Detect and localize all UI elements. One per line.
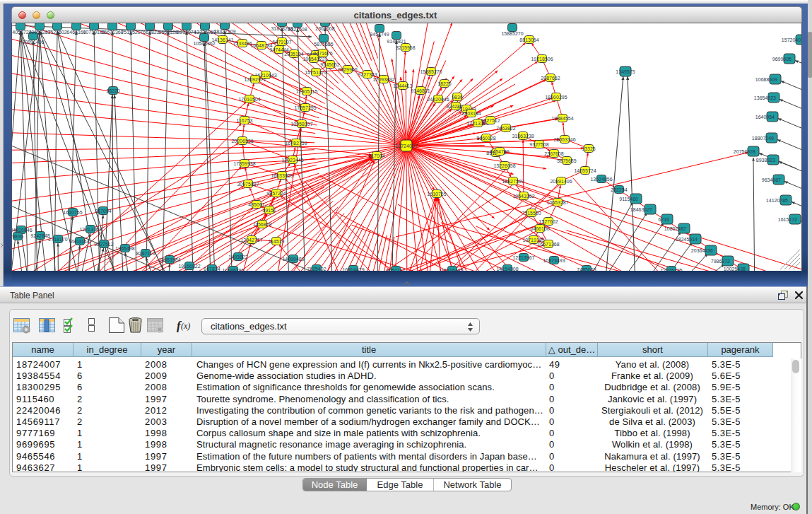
svg-text:13692971: 13692971 xyxy=(244,77,266,82)
svg-text:16033809: 16033809 xyxy=(271,173,293,178)
svg-text:1733426: 1733426 xyxy=(233,41,252,46)
svg-text:(x): (x) xyxy=(181,321,190,331)
svg-text:13654923: 13654923 xyxy=(754,95,776,100)
svg-text:10543362: 10543362 xyxy=(512,194,534,199)
svg-text:14136141: 14136141 xyxy=(211,37,233,42)
svg-text:20891406: 20891406 xyxy=(550,179,572,184)
svg-text:252254: 252254 xyxy=(611,187,627,192)
svg-text:14055724: 14055724 xyxy=(574,168,596,173)
svg-text:817004: 817004 xyxy=(368,153,384,158)
svg-text:9227343: 9227343 xyxy=(358,72,377,77)
svg-text:2367608: 2367608 xyxy=(315,26,334,31)
svg-text:8454749: 8454749 xyxy=(370,32,389,37)
svg-text:12923445: 12923445 xyxy=(281,158,303,163)
svg-text:9836: 9836 xyxy=(12,234,23,239)
svg-text:18300295: 18300295 xyxy=(545,95,567,100)
svg-text:18327509: 18327509 xyxy=(213,29,235,34)
svg-text:1610755: 1610755 xyxy=(63,210,82,215)
svg-text:114519: 114519 xyxy=(269,239,285,244)
svg-text:18220: 18220 xyxy=(106,88,120,93)
svg-text:20364436: 20364436 xyxy=(691,248,713,253)
svg-text:15751074: 15751074 xyxy=(305,70,326,75)
svg-text:116753: 116753 xyxy=(237,118,253,123)
svg-text:19384554: 19384554 xyxy=(551,116,573,121)
svg-text:17357255: 17357255 xyxy=(294,105,316,110)
svg-text:13325: 13325 xyxy=(582,146,596,151)
svg-text:1527602: 1527602 xyxy=(539,219,558,224)
svg-text:14120785: 14120785 xyxy=(766,198,788,203)
svg-text:18463627: 18463627 xyxy=(630,207,652,212)
svg-text:18807249: 18807249 xyxy=(752,136,774,141)
svg-text:12942737: 12942737 xyxy=(240,238,262,243)
svg-text:15353584: 15353584 xyxy=(158,257,180,262)
svg-text:1244413: 1244413 xyxy=(393,83,412,88)
svg-text:8813054: 8813054 xyxy=(519,37,539,42)
svg-text:1349575: 1349575 xyxy=(616,69,635,74)
svg-text:9129946: 9129946 xyxy=(338,67,357,72)
svg-text:16782759: 16782759 xyxy=(285,141,307,146)
svg-text:10973493: 10973493 xyxy=(543,258,565,263)
svg-text:7515520: 7515520 xyxy=(522,211,541,216)
svg-text:30975887: 30975887 xyxy=(237,182,259,187)
svg-text:1527602: 1527602 xyxy=(47,30,66,35)
svg-text:24420046: 24420046 xyxy=(427,97,449,102)
svg-text:2718170: 2718170 xyxy=(48,237,67,242)
svg-text:7986372: 7986372 xyxy=(711,259,730,264)
svg-text:12093832: 12093832 xyxy=(372,77,394,82)
svg-text:39151: 39151 xyxy=(262,208,276,213)
svg-text:28053346: 28053346 xyxy=(553,137,575,142)
svg-text:8215958: 8215958 xyxy=(396,45,415,50)
svg-text:9836: 9836 xyxy=(452,95,463,100)
svg-text:6216: 6216 xyxy=(658,217,669,222)
svg-text:18327509: 18327509 xyxy=(502,179,524,184)
svg-text:10958107: 10958107 xyxy=(290,122,312,127)
svg-text:9327508: 9327508 xyxy=(288,27,307,32)
svg-text:2087662: 2087662 xyxy=(541,76,560,81)
svg-text:16671368: 16671368 xyxy=(101,30,123,35)
svg-text:9699695: 9699695 xyxy=(772,57,792,62)
svg-text:9827512: 9827512 xyxy=(94,242,113,247)
svg-text:9146821: 9146821 xyxy=(411,88,430,93)
svg-text:18724007: 18724007 xyxy=(395,144,417,148)
svg-text:1640954: 1640954 xyxy=(755,115,775,119)
svg-text:8454749: 8454749 xyxy=(490,149,509,154)
svg-text:8660128: 8660128 xyxy=(158,30,177,35)
svg-text:9634067: 9634067 xyxy=(762,177,781,182)
svg-text:19166822: 19166822 xyxy=(178,264,200,269)
svg-text:20756928: 20756928 xyxy=(734,149,755,154)
svg-text:20206536: 20206536 xyxy=(231,139,253,144)
svg-text:5875685: 5875685 xyxy=(557,158,576,163)
svg-text:1965498: 1965498 xyxy=(115,246,134,251)
svg-text:31863238: 31863238 xyxy=(512,134,534,139)
svg-text:16671368: 16671368 xyxy=(537,242,559,247)
svg-text:18220: 18220 xyxy=(437,81,452,86)
svg-text:7515520: 7515520 xyxy=(121,30,140,35)
svg-text:9327508: 9327508 xyxy=(529,142,548,147)
svg-text:9827512: 9827512 xyxy=(481,118,500,123)
svg-text:10688609: 10688609 xyxy=(755,77,777,82)
svg-text:7663822: 7663822 xyxy=(496,126,515,131)
svg-text:10807487: 10807487 xyxy=(664,226,686,231)
svg-text:435061: 435061 xyxy=(248,202,264,207)
svg-text:6466160: 6466160 xyxy=(530,226,549,231)
svg-text:9245652: 9245652 xyxy=(320,62,339,67)
svg-text:8938923: 8938923 xyxy=(756,158,775,163)
svg-text:12213967: 12213967 xyxy=(512,255,534,260)
svg-text:2803144: 2803144 xyxy=(461,111,481,116)
svg-text:13226058: 13226058 xyxy=(493,163,515,168)
svg-text:18245514: 18245514 xyxy=(676,237,698,242)
svg-text:2803144: 2803144 xyxy=(70,239,89,244)
svg-text:8267110: 8267110 xyxy=(136,251,155,256)
svg-text:817004: 817004 xyxy=(95,209,111,214)
svg-text:10654122: 10654122 xyxy=(302,57,324,62)
svg-text:17010504: 17010504 xyxy=(238,97,260,102)
svg-text:1156829: 1156829 xyxy=(253,222,272,227)
svg-text:14099489: 14099489 xyxy=(282,257,304,262)
svg-text:15720407: 15720407 xyxy=(782,37,801,42)
svg-text:9115460: 9115460 xyxy=(619,197,638,201)
svg-text:19218506: 19218506 xyxy=(531,57,553,62)
svg-text:15885270: 15885270 xyxy=(501,31,523,36)
svg-text:17359938: 17359938 xyxy=(233,161,255,166)
svg-text:9146821: 9146821 xyxy=(387,39,406,44)
svg-text:15885270: 15885270 xyxy=(420,69,442,74)
